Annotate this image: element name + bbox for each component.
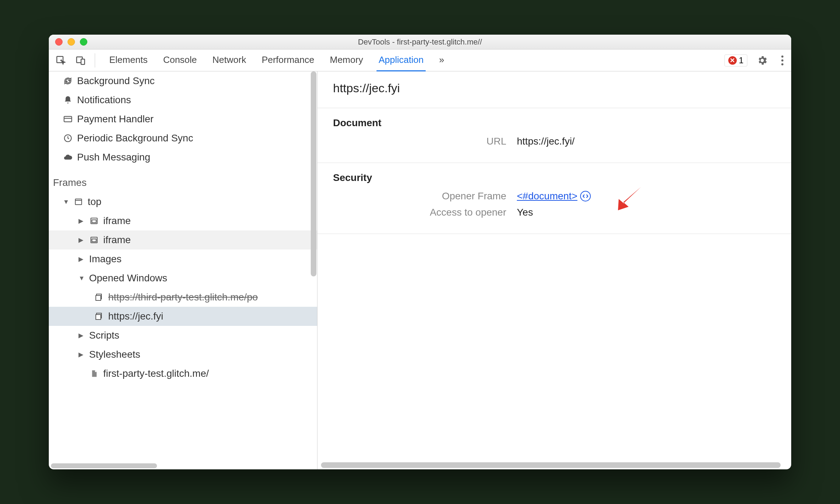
sidebar-label: Payment Handler [77, 113, 153, 125]
settings-gear-icon[interactable] [754, 52, 771, 69]
sidebar-item-payment-handler[interactable]: Payment Handler [49, 110, 317, 129]
document-section: Document URL https://jec.fyi/ [317, 108, 791, 163]
application-sidebar: Background Sync Notifications Payment Ha… [49, 71, 317, 469]
cloud-icon [63, 152, 73, 162]
security-heading: Security [333, 172, 776, 183]
window-icon [94, 292, 104, 302]
url-value: https://jec.fyi/ [517, 136, 574, 147]
panel-tabs: Elements Console Network Performance Mem… [107, 49, 447, 71]
expand-icon[interactable]: ▶ [78, 255, 85, 263]
error-count: 1 [739, 55, 743, 65]
tree-opened-windows[interactable]: ▼ Opened Windows [49, 269, 317, 288]
document-icon [89, 369, 99, 379]
sidebar-item-notifications[interactable]: Notifications [49, 90, 317, 110]
tab-overflow[interactable]: » [437, 49, 446, 71]
tree-iframe-2[interactable]: ▶ iframe [49, 230, 317, 250]
tab-console[interactable]: Console [161, 49, 199, 71]
tree-label: https://jec.fyi [108, 311, 163, 322]
sidebar-vertical-scrollbar[interactable] [311, 71, 316, 276]
expand-icon[interactable]: ▶ [78, 351, 85, 358]
url-label: URL [333, 136, 517, 147]
svg-rect-15 [96, 315, 101, 320]
svg-rect-6 [75, 199, 82, 205]
tree-label: iframe [103, 215, 131, 227]
svg-rect-13 [96, 295, 101, 300]
sidebar-section-frames: Frames [49, 173, 317, 192]
opener-frame-label: Opener Frame [333, 191, 517, 202]
frame-details-panel: https://jec.fyi Document URL https://jec… [317, 71, 791, 469]
inspect-element-icon[interactable] [52, 52, 69, 69]
tree-iframe-1[interactable]: ▶ iframe [49, 211, 317, 230]
sidebar-label: Background Sync [77, 75, 154, 87]
svg-rect-9 [92, 220, 96, 223]
clock-icon [63, 133, 73, 143]
sync-icon [63, 76, 73, 86]
titlebar: DevTools - first-party-test.glitch.me// [49, 35, 791, 49]
iframe-icon [89, 235, 99, 245]
tree-scripts[interactable]: ▶ Scripts [49, 326, 317, 345]
expand-icon[interactable]: ▼ [78, 275, 85, 282]
tree-opened-window-2[interactable]: https://jec.fyi [49, 307, 317, 326]
bell-icon [63, 95, 73, 105]
devtools-toolbar: Elements Console Network Performance Mem… [49, 49, 791, 71]
iframe-icon [89, 216, 99, 226]
expand-icon[interactable]: ▶ [78, 332, 85, 339]
tab-elements[interactable]: Elements [107, 49, 150, 71]
tree-label: top [88, 196, 101, 207]
frame-icon [74, 197, 83, 207]
expand-icon[interactable]: ▶ [78, 217, 85, 225]
error-icon: ✕ [728, 56, 737, 65]
tree-label: Stylesheets [89, 349, 140, 360]
sidebar-label: Notifications [77, 94, 131, 106]
expand-icon[interactable]: ▶ [78, 236, 85, 244]
tree-label: Images [89, 253, 122, 265]
sidebar-label: Periodic Background Sync [77, 133, 193, 144]
sidebar-label: Push Messaging [77, 152, 150, 163]
svg-rect-11 [92, 239, 96, 242]
tree-top-frame[interactable]: ▼ top [49, 192, 317, 211]
tree-images[interactable]: ▶ Images [49, 250, 317, 269]
svg-rect-3 [64, 116, 72, 122]
document-heading: Document [333, 117, 776, 129]
tab-application[interactable]: Application [377, 49, 426, 71]
sidebar-item-background-sync[interactable]: Background Sync [49, 71, 317, 90]
tree-label: first-party-test.glitch.me/ [103, 368, 209, 379]
svg-rect-2 [81, 59, 84, 64]
sidebar-item-periodic-sync[interactable]: Periodic Background Sync [49, 129, 317, 148]
expand-icon[interactable]: ▼ [63, 198, 69, 206]
device-toggle-icon[interactable] [72, 52, 89, 69]
reveal-in-elements-icon[interactable] [580, 191, 591, 201]
window-title: DevTools - first-party-test.glitch.me// [49, 37, 791, 47]
more-menu-icon[interactable] [777, 55, 788, 65]
tab-memory[interactable]: Memory [328, 49, 365, 71]
security-section: Security Opener Frame <#document> Access… [317, 163, 791, 234]
tab-network[interactable]: Network [210, 49, 248, 71]
access-to-opener-value: Yes [517, 207, 533, 218]
sidebar-horizontal-scrollbar[interactable] [49, 462, 317, 469]
tree-label: https://third-party-test.glitch.me/po [108, 292, 258, 303]
sidebar-item-push-messaging[interactable]: Push Messaging [49, 148, 317, 167]
error-count-badge[interactable]: ✕ 1 [724, 54, 747, 66]
opener-frame-link[interactable]: <#document> [517, 191, 577, 202]
window-icon [94, 311, 104, 321]
access-to-opener-label: Access to opener [333, 207, 517, 218]
tree-label: Opened Windows [89, 272, 167, 284]
tab-performance[interactable]: Performance [259, 49, 316, 71]
devtools-window: DevTools - first-party-test.glitch.me// … [49, 35, 791, 469]
card-icon [63, 114, 73, 124]
tree-document[interactable]: ▶ first-party-test.glitch.me/ [49, 364, 317, 383]
tree-label: Scripts [89, 330, 119, 341]
toolbar-divider [95, 53, 95, 68]
tree-stylesheets[interactable]: ▶ Stylesheets [49, 345, 317, 364]
frame-title: https://jec.fyi [317, 71, 791, 108]
tree-label: iframe [103, 234, 131, 246]
main-horizontal-scrollbar[interactable] [321, 462, 781, 468]
tree-opened-window-1[interactable]: https://third-party-test.glitch.me/po [49, 288, 317, 307]
